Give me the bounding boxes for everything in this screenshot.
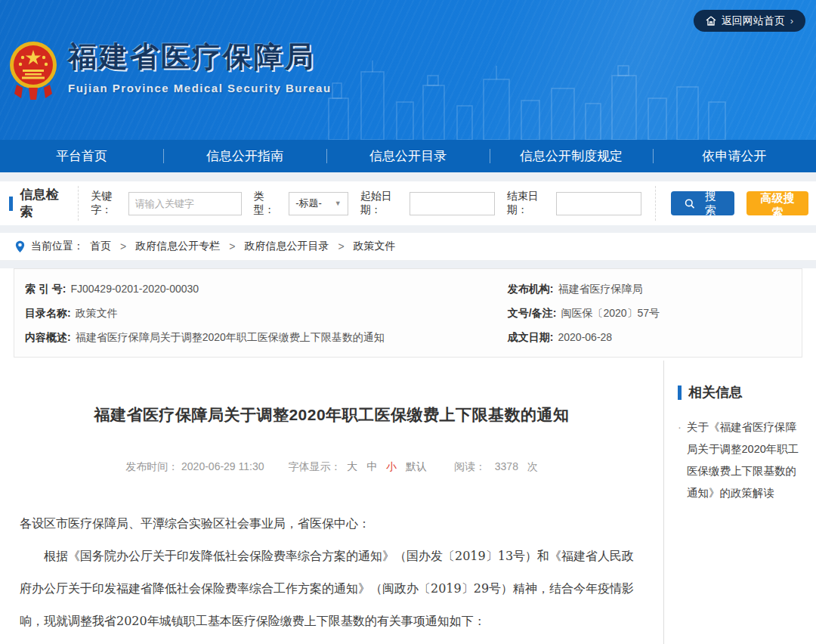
meta-label: 文号/备注: [508,301,557,325]
meta-label: 内容概述: [25,325,71,349]
breadcrumb-label: 当前位置： [31,240,84,253]
read-count: 阅读： 3378 次 [454,460,538,472]
search-section-label: 信息检索 [8,186,78,221]
site-brand: 福建省医疗保障局 Fujian Province Medical Securit… [9,39,332,104]
keyword-label: 关键字： [91,190,122,217]
related-info-heading: 相关信息 [678,383,805,401]
end-date-field: 结束日期： [507,190,641,217]
meta-label: 目录名称: [25,301,71,325]
content-area: 索 引 号: FJ00429-0201-2020-00030 目录名称: 政策文… [0,268,816,644]
read-count-unit: 次 [527,460,538,472]
breadcrumb-separator: > [120,240,126,252]
font-size-default-button[interactable]: 默认 [406,460,427,472]
meta-row-index-number: 索 引 号: FJ00429-0201-2020-00030 [25,277,508,301]
chevron-right-icon: › [790,15,793,26]
breadcrumb-item-home[interactable]: 首页 [90,240,111,253]
meta-value: 福建省医疗保障局 [558,277,643,301]
search-section-text: 信息检索 [20,186,68,221]
meta-label: 成文日期: [508,325,554,349]
article-paragraph: 各设区市医疗保障局、平潭综合实验区社会事业局，省医保中心： [20,507,644,540]
main-navigation: 平台首页 信息公开指南 信息公开目录 信息公开制度规定 依申请公开 [0,140,816,172]
meta-label: 索 引 号: [25,277,66,301]
national-emblem-logo [9,39,57,104]
home-button-label: 返回网站首页 [722,14,785,28]
meta-value: 闽医保〔2020〕57号 [561,301,660,325]
meta-value: 2020-06-28 [558,325,613,349]
breadcrumb-separator: > [338,240,344,252]
divider [78,186,79,221]
meta-row-document-number: 文号/备注: 闽医保〔2020〕57号 [508,301,791,325]
meta-label: 发布机构: [508,277,554,301]
related-link-policy-interpretation[interactable]: 关于《福建省医疗保障局关于调整2020年职工医保缴费上下限基数的通知》的政策解读 [678,416,805,504]
start-date-label: 起始日期： [360,190,403,217]
type-select[interactable]: -标题- ▼ [289,192,348,215]
divider [655,186,656,221]
meta-row-issuing-agency: 发布机构: 福建省医疗保障局 [508,277,791,301]
breadcrumb-separator: > [229,240,235,252]
font-size-label: 字体显示： [288,460,341,472]
info-search-bar: 信息检索 关键字： 类型： -标题- ▼ 起始日期： 结束日期： 搜索 高级搜索 [0,181,816,225]
back-to-homepage-button[interactable]: 返回网站首页 › [694,10,805,32]
related-info-title: 相关信息 [688,383,743,401]
end-date-label: 结束日期： [507,190,550,217]
location-pin-icon [15,240,25,253]
type-field: 类型： -标题- ▼ [254,190,348,217]
breadcrumb: 当前位置： 首页 > 政府信息公开专栏 > 政府信息公开目录 > 政策文件 [0,233,816,261]
search-button-label: 搜索 [700,189,721,218]
search-icon [685,198,695,209]
meta-row-written-date: 成文日期: 2020-06-28 [508,325,791,349]
blue-tick-decoration [9,197,13,211]
type-label: 类型： [254,190,283,217]
end-date-input[interactable] [556,192,641,215]
nav-item-platform-home[interactable]: 平台首页 [0,140,163,172]
keyword-field: 关键字： [91,190,241,217]
meta-value: 政策文件 [76,301,118,325]
font-size-controls: 字体显示： 大 中 小 默认 [288,460,432,472]
home-icon [706,16,716,26]
blue-tick-decoration [678,385,682,400]
site-subtitle: Fujian Province Medical Security Bureau [68,82,332,94]
article-body: 各设区市医疗保障局、平潭综合实验区社会事业局，省医保中心： 根据《国务院办公厅关… [20,507,644,644]
breadcrumb-item-disclosure-catalog[interactable]: 政府信息公开目录 [244,240,329,253]
meta-value: 福建省医疗保障局关于调整2020年职工医保缴费上下限基数的通知 [76,325,385,349]
nav-item-disclosure-guide[interactable]: 信息公开指南 [163,140,326,172]
nav-item-disclosure-catalog[interactable]: 信息公开目录 [326,140,490,172]
breadcrumb-item-policy-files[interactable]: 政策文件 [354,240,396,253]
font-size-large-button[interactable]: 大 [347,460,357,472]
publish-time-value: 2020-06-29 11:30 [181,460,264,472]
font-size-medium-button[interactable]: 中 [366,460,377,472]
start-date-field: 起始日期： [360,190,495,217]
meta-value: FJ00429-0201-2020-00030 [70,277,199,301]
chevron-down-icon: ▼ [335,200,342,207]
meta-row-catalog-name: 目录名称: 政策文件 [25,301,508,325]
search-button[interactable]: 搜索 [671,191,734,215]
read-count-label: 阅读： [454,460,486,472]
article-main: 福建省医疗保障局关于调整2020年职工医保缴费上下限基数的通知 发布时间： 20… [0,358,663,644]
keyword-input[interactable] [128,192,242,215]
article-meta-row: 发布时间： 2020-06-29 11:30 字体显示： 大 中 小 默认 阅读… [20,460,644,474]
breadcrumb-item-disclosure-column[interactable]: 政府信息公开专栏 [135,240,220,253]
publish-time-label: 发布时间： [125,460,178,472]
site-banner: 返回网站首页 › 福建省医疗保障局 Fujian Province Medica… [0,0,816,140]
start-date-input[interactable] [410,192,495,215]
type-select-value: -标题- [295,197,322,210]
advanced-search-button[interactable]: 高级搜索 [746,191,808,215]
article-paragraph: 根据《国务院办公厅关于印发降低社会保险费率综合方案的通知》（国办发〔2019〕1… [20,540,644,637]
read-count-value: 3378 [495,460,518,472]
nav-item-disclosure-rules[interactable]: 信息公开制度规定 [490,140,653,172]
meta-row-content-summary: 内容概述: 福建省医疗保障局关于调整2020年职工医保缴费上下限基数的通知 [25,325,508,349]
article-title: 福建省医疗保障局关于调整2020年职工医保缴费上下限基数的通知 [20,404,644,426]
site-title: 福建省医疗保障局 [68,39,332,76]
document-meta-panel: 索 引 号: FJ00429-0201-2020-00030 目录名称: 政策文… [14,268,802,358]
publish-time: 发布时间： 2020-06-29 11:30 [125,460,267,472]
related-info-list: 关于《福建省医疗保障局关于调整2020年职工医保缴费上下限基数的通知》的政策解读 [678,416,805,504]
city-skyline-decoration [325,57,748,140]
font-size-small-button[interactable]: 小 [386,460,397,472]
article-paragraph: 按省统计局提供的2019年全省全口径城镇单位就业人员年平均工资69768元，20… [20,637,644,644]
nav-item-apply-disclosure[interactable]: 依申请公开 [653,140,816,172]
related-info-sidebar: 相关信息 关于《福建省医疗保障局关于调整2020年职工医保缴费上下限基数的通知》… [663,361,816,644]
